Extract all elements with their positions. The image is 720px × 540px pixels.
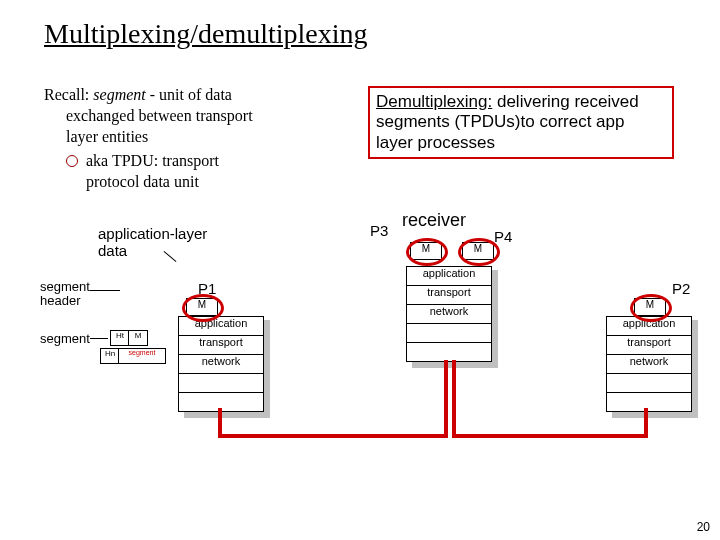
sender-transport-layer: transport bbox=[178, 336, 264, 355]
p3-m-circle bbox=[406, 238, 448, 266]
p2-network-layer: network bbox=[606, 355, 692, 374]
demux-box: Demultiplexing: delivering received segm… bbox=[368, 86, 674, 159]
demux-head: Demultiplexing: bbox=[376, 92, 492, 111]
sender-network-layer: network bbox=[178, 355, 264, 374]
segment-tiny-box: segment bbox=[118, 348, 166, 364]
recall-bullet2: protocol data unit bbox=[86, 172, 219, 193]
p2-transport-layer: transport bbox=[606, 336, 692, 355]
recv-network-layer: network bbox=[406, 305, 492, 324]
recv-empty2 bbox=[406, 343, 492, 362]
recall-rest1: - unit of data bbox=[146, 86, 232, 103]
arrow-line bbox=[90, 338, 108, 339]
recall-bullet1: aka TPDU: transport bbox=[86, 151, 219, 172]
p2-empty1 bbox=[606, 374, 692, 393]
p2-stack: application transport network bbox=[606, 316, 692, 412]
p4-m-circle bbox=[458, 238, 500, 266]
path-segment bbox=[218, 434, 448, 438]
seg-header-1: segment bbox=[40, 280, 90, 294]
p3-label: P3 bbox=[370, 222, 388, 239]
hn-box: Hn bbox=[100, 348, 120, 364]
recall-text: Recall: segment - unit of data exchanged… bbox=[44, 85, 324, 193]
path-segment bbox=[644, 408, 648, 438]
recall-line2: exchanged between transport bbox=[66, 106, 324, 127]
page-number: 20 bbox=[697, 520, 710, 534]
seg-header-2: header bbox=[40, 294, 90, 308]
path-segment bbox=[452, 434, 648, 438]
p2-m-circle bbox=[630, 294, 672, 322]
app-layer-data-2: data bbox=[98, 243, 207, 260]
recv-empty1 bbox=[406, 324, 492, 343]
sender-empty1 bbox=[178, 374, 264, 393]
receiver-label: receiver bbox=[402, 210, 466, 231]
segment-label: segment bbox=[40, 332, 90, 346]
receiver-stack: application transport network bbox=[406, 266, 492, 362]
path-segment bbox=[444, 360, 448, 438]
p2-label: P2 bbox=[672, 280, 690, 297]
ht-box: Ht bbox=[110, 330, 130, 346]
p1-m-circle bbox=[182, 294, 224, 322]
segment-header-label: segment header bbox=[40, 280, 90, 309]
path-segment bbox=[452, 360, 456, 438]
bullet-icon bbox=[66, 155, 78, 167]
p2-empty2 bbox=[606, 393, 692, 412]
p4-label: P4 bbox=[494, 228, 512, 245]
recv-transport-layer: transport bbox=[406, 286, 492, 305]
app-layer-data-label: application-layer data bbox=[98, 226, 207, 259]
app-layer-data-1: application-layer bbox=[98, 226, 207, 243]
arrow-line bbox=[90, 290, 120, 291]
recall-line3: layer entities bbox=[66, 127, 324, 148]
m-tiny-box: M bbox=[128, 330, 148, 346]
slide-title: Multiplexing/demultiplexing bbox=[44, 18, 368, 50]
segment-italic: segment bbox=[93, 86, 145, 103]
sender-stack: application transport network bbox=[178, 316, 264, 412]
recv-app-layer: application bbox=[406, 266, 492, 286]
recall-prefix: Recall: bbox=[44, 86, 93, 103]
